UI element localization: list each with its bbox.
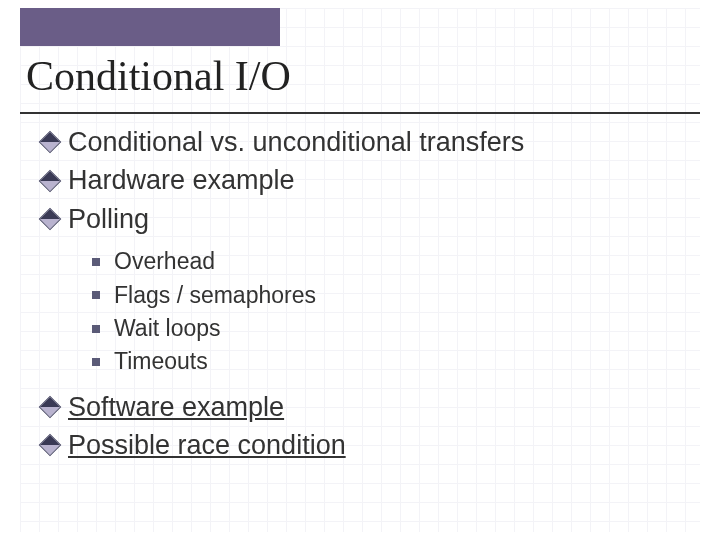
square-bullet-icon	[92, 325, 100, 333]
title-underline	[20, 112, 700, 114]
diamond-bullet-icon	[39, 434, 62, 457]
list-item: Conditional vs. unconditional transfers	[42, 124, 682, 160]
list-item-label: Polling	[68, 201, 149, 237]
list-item: Wait loops	[92, 312, 682, 345]
diamond-bullet-icon	[39, 208, 62, 231]
list-item: Overhead	[92, 245, 682, 278]
list-item: Flags / semaphores	[92, 279, 682, 312]
diamond-bullet-icon	[39, 169, 62, 192]
sub-list: Overhead Flags / semaphores Wait loops T…	[92, 245, 682, 378]
list-item: Possible race condition	[42, 427, 682, 463]
list-item-label: Possible race condition	[68, 427, 346, 463]
square-bullet-icon	[92, 258, 100, 266]
square-bullet-icon	[92, 291, 100, 299]
slide-body: Conditional vs. unconditional transfers …	[42, 122, 682, 466]
list-item-label: Wait loops	[114, 312, 221, 345]
list-item-label: Flags / semaphores	[114, 279, 316, 312]
square-bullet-icon	[92, 358, 100, 366]
diamond-bullet-icon	[39, 131, 62, 154]
list-item-label: Conditional vs. unconditional transfers	[68, 124, 524, 160]
list-item: Timeouts	[92, 345, 682, 378]
accent-bar	[20, 8, 280, 46]
list-item: Polling	[42, 201, 682, 237]
diamond-bullet-icon	[39, 396, 62, 419]
list-item-label: Timeouts	[114, 345, 208, 378]
list-item-label: Hardware example	[68, 162, 295, 198]
list-item-label: Overhead	[114, 245, 215, 278]
list-item-label: Software example	[68, 389, 284, 425]
list-item: Software example	[42, 389, 682, 425]
list-item: Hardware example	[42, 162, 682, 198]
slide: Conditional I/O Conditional vs. uncondit…	[0, 0, 720, 540]
slide-title: Conditional I/O	[26, 52, 291, 100]
